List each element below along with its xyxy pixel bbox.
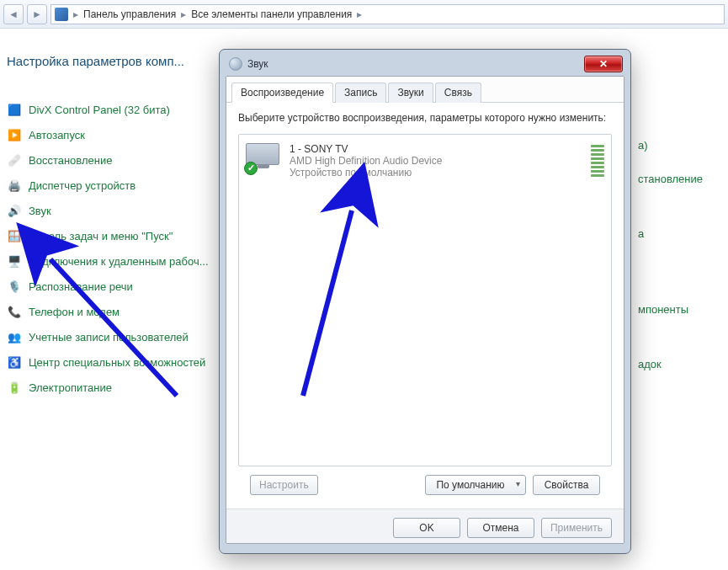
set-default-button[interactable]: По умолчанию	[425, 475, 526, 495]
cp-item-icon: 🎙️	[7, 279, 22, 294]
cp-item-label: Автозапуск	[29, 129, 85, 141]
cp-item-label: Панель задач и меню "Пуск"	[29, 230, 173, 242]
cp-item-icon: 🪟	[7, 228, 22, 243]
tab-strip: Воспроизведение Запись Звуки Связь	[226, 77, 624, 103]
configure-button[interactable]: Настроить	[250, 475, 318, 495]
cp-item-label: Звук	[29, 205, 51, 217]
close-button[interactable]: ✕	[584, 56, 623, 72]
right-column-partial: а) становление а мпоненты адок	[638, 139, 703, 370]
cp-item-icon: 👥	[7, 329, 22, 344]
cp-item-label: Восстановление	[29, 154, 112, 167]
breadcrumb-item[interactable]: Все элементы панели управления	[191, 8, 352, 20]
cp-item-label: Учетные записи пользователей	[29, 331, 189, 344]
device-driver: AMD High Definition Audio Device	[290, 155, 582, 167]
tab-comm[interactable]: Связь	[435, 83, 481, 103]
sound-dialog: Звук ✕ Воспроизведение Запись Звуки Связ…	[219, 49, 631, 554]
cp-item-icon: 📞	[7, 304, 22, 319]
cp-item-label: Центр специальных возможностей	[29, 356, 205, 369]
cancel-button[interactable]: Отмена	[467, 518, 534, 538]
dialog-titlebar[interactable]: Звук ✕	[226, 56, 624, 76]
cp-item-label: Диспетчер устройств	[29, 179, 136, 192]
control-panel-icon	[55, 8, 68, 21]
device-thumbnail: ✓	[246, 143, 281, 172]
nav-back-button[interactable]: ◄	[3, 4, 24, 24]
nav-forward-button[interactable]: ►	[27, 4, 47, 24]
dialog-title: Звук	[247, 58, 268, 70]
device-status: Устройство по умолчанию	[290, 167, 582, 178]
cp-item-icon: 🖥️	[7, 253, 22, 269]
cp-item-icon: 🟦	[7, 102, 22, 117]
chevron-right-icon: ▸	[357, 8, 362, 20]
device-item[interactable]: ✓ 1 - SONY TV AMD High Definition Audio …	[244, 140, 606, 182]
apply-button[interactable]: Применить	[541, 518, 612, 538]
sound-icon	[229, 57, 242, 71]
playback-hint: Выберите устройство воспроизведения, пар…	[238, 111, 612, 125]
properties-button[interactable]: Свойства	[533, 475, 600, 495]
cp-item-icon: ▶️	[7, 127, 22, 142]
ok-button[interactable]: OK	[393, 518, 460, 538]
close-icon: ✕	[599, 58, 608, 70]
breadcrumb[interactable]: ▸ Панель управления ▸ Все элементы панел…	[50, 4, 725, 24]
cp-item-icon: ♿	[7, 354, 22, 370]
cp-item-label: Электропитание	[29, 381, 112, 394]
cp-item-icon: 🖨️	[7, 178, 22, 193]
tab-recording[interactable]: Запись	[335, 83, 386, 103]
breadcrumb-item[interactable]: Панель управления	[83, 8, 176, 20]
address-bar: ◄ ► ▸ Панель управления ▸ Все элементы п…	[0, 0, 728, 29]
cp-item-icon: 🔊	[7, 203, 22, 218]
device-list[interactable]: ✓ 1 - SONY TV AMD High Definition Audio …	[238, 134, 612, 466]
cp-item-label: DivX Control Panel (32 бита)	[29, 104, 170, 116]
cp-item-label: Телефон и модем	[29, 306, 120, 318]
cp-item-icon: 🩹	[7, 152, 22, 168]
chevron-right-icon: ▸	[73, 8, 78, 20]
device-name: 1 - SONY TV	[290, 143, 582, 155]
cp-item-icon: 🔋	[7, 380, 22, 395]
tab-playback[interactable]: Воспроизведение	[231, 83, 333, 103]
tab-sounds[interactable]: Звуки	[388, 83, 433, 103]
cp-item-label: Подключения к удаленным рабоч...	[29, 255, 209, 268]
cp-item-label: Распознавание речи	[29, 280, 133, 293]
level-meter-icon	[591, 145, 604, 178]
default-check-icon: ✓	[244, 162, 258, 175]
chevron-right-icon: ▸	[181, 8, 186, 20]
